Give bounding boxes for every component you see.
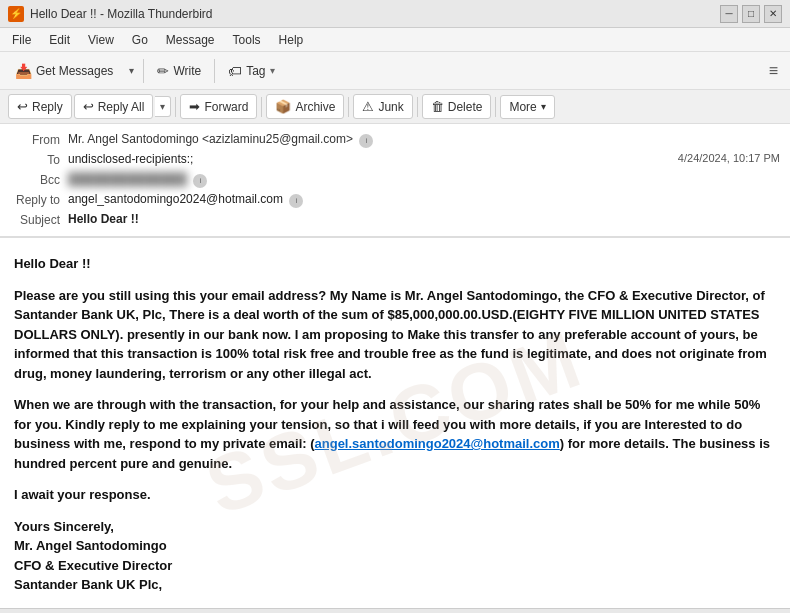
- email-greeting: Hello Dear !!: [14, 254, 776, 274]
- app-icon: ⚡: [8, 6, 24, 22]
- delete-icon: 🗑: [431, 99, 444, 114]
- archive-button[interactable]: 📦 Archive: [266, 94, 344, 119]
- from-label: From: [10, 132, 68, 147]
- email-paragraph-1: Please are you still using this your ema…: [14, 286, 776, 384]
- toolbar-separator-1: [143, 59, 144, 83]
- window-controls: ─ □ ✕: [720, 5, 782, 23]
- forward-icon: ➡: [189, 99, 200, 114]
- menu-view[interactable]: View: [80, 31, 122, 49]
- action-bar: ↩ Reply ↩ Reply All ▾ ➡ Forward 📦 Archiv…: [0, 90, 790, 124]
- archive-icon: 📦: [275, 99, 291, 114]
- toolbar: 📥 Get Messages ▾ ✏ Write 🏷 Tag ▾ ≡: [0, 52, 790, 90]
- from-info-icon[interactable]: i: [359, 134, 373, 148]
- reply-to-row: Reply to angel_santodomingo2024@hotmail.…: [10, 190, 780, 210]
- tag-label: Tag: [246, 64, 265, 78]
- reply-to-address: angel_santodomingo2024@hotmail.com: [68, 192, 283, 206]
- reply-to-info-icon[interactable]: i: [289, 194, 303, 208]
- menu-help[interactable]: Help: [271, 31, 312, 49]
- bcc-value: ██████████████ i: [68, 172, 780, 188]
- email-body: SSL.COM Hello Dear !! Please are you sti…: [0, 238, 790, 608]
- window-title: Hello Dear !! - Mozilla Thunderbird: [30, 7, 720, 21]
- toolbar-separator-2: [214, 59, 215, 83]
- email-header: ↩ Reply ↩ Reply All ▾ ➡ Forward 📦 Archiv…: [0, 90, 790, 238]
- action-separator-2: [261, 97, 262, 117]
- to-label: To: [10, 152, 68, 167]
- menu-edit[interactable]: Edit: [41, 31, 78, 49]
- email-paragraph-2: When we are through with the transaction…: [14, 395, 776, 473]
- subject-row: Subject Hello Dear !!: [10, 210, 780, 230]
- status-bar: 🔊: [0, 608, 790, 613]
- subject-value: Hello Dear !!: [68, 212, 780, 226]
- action-separator-4: [417, 97, 418, 117]
- bcc-label: Bcc: [10, 172, 68, 187]
- junk-button[interactable]: ⚠ Junk: [353, 94, 412, 119]
- reply-all-button[interactable]: ↩ Reply All: [74, 94, 154, 119]
- tag-button[interactable]: 🏷 Tag ▾: [219, 58, 283, 84]
- reply-label: Reply: [32, 100, 63, 114]
- from-name: Mr. Angel Santodomingo <azizlaminu25@gma…: [68, 132, 353, 146]
- action-separator-5: [495, 97, 496, 117]
- tag-icon: 🏷: [228, 63, 242, 79]
- write-icon: ✏: [157, 63, 169, 79]
- more-label: More: [509, 100, 536, 114]
- junk-icon: ⚠: [362, 99, 374, 114]
- subject-label: Subject: [10, 212, 68, 227]
- tag-dropdown-icon: ▾: [270, 65, 275, 76]
- delete-button[interactable]: 🗑 Delete: [422, 94, 492, 119]
- reply-all-dropdown[interactable]: ▾: [155, 96, 171, 117]
- bcc-address: ██████████████: [68, 172, 187, 186]
- forward-label: Forward: [204, 100, 248, 114]
- menu-go[interactable]: Go: [124, 31, 156, 49]
- menu-file[interactable]: File: [4, 31, 39, 49]
- menu-message[interactable]: Message: [158, 31, 223, 49]
- email-link[interactable]: angel.santodomingo2024@hotmail.com: [315, 436, 560, 451]
- from-value: Mr. Angel Santodomingo <azizlaminu25@gma…: [68, 132, 780, 148]
- from-row: From Mr. Angel Santodomingo <azizlaminu2…: [10, 130, 780, 150]
- write-button[interactable]: ✏ Write: [148, 58, 210, 84]
- archive-label: Archive: [295, 100, 335, 114]
- reply-all-icon: ↩: [83, 99, 94, 114]
- get-messages-button[interactable]: 📥 Get Messages: [6, 58, 122, 84]
- email-paragraph-4: Yours Sincerely,Mr. Angel SantodomingoCF…: [14, 517, 776, 595]
- reply-button[interactable]: ↩ Reply: [8, 94, 72, 119]
- title-bar: ⚡ Hello Dear !! - Mozilla Thunderbird ─ …: [0, 0, 790, 28]
- to-row: To undisclosed-recipients:; 4/24/2024, 1…: [10, 150, 780, 170]
- reply-icon: ↩: [17, 99, 28, 114]
- email-paragraph-3: I await your response.: [14, 485, 776, 505]
- more-dropdown-icon: ▾: [541, 101, 546, 112]
- reply-to-label: Reply to: [10, 192, 68, 207]
- get-messages-dropdown[interactable]: ▾: [124, 60, 139, 81]
- reply-to-value: angel_santodomingo2024@hotmail.com i: [68, 192, 780, 208]
- menu-tools[interactable]: Tools: [225, 31, 269, 49]
- reply-all-label: Reply All: [98, 100, 145, 114]
- action-separator-1: [175, 97, 176, 117]
- close-button[interactable]: ✕: [764, 5, 782, 23]
- header-divider: [0, 236, 790, 237]
- action-separator-3: [348, 97, 349, 117]
- get-messages-label: Get Messages: [36, 64, 113, 78]
- minimize-button[interactable]: ─: [720, 5, 738, 23]
- email-date: 4/24/2024, 10:17 PM: [678, 152, 780, 164]
- bcc-info-icon[interactable]: i: [193, 174, 207, 188]
- get-messages-icon: 📥: [15, 63, 32, 79]
- menu-bar: File Edit View Go Message Tools Help: [0, 28, 790, 52]
- to-value: undisclosed-recipients:;: [68, 152, 678, 166]
- maximize-button[interactable]: □: [742, 5, 760, 23]
- hamburger-menu[interactable]: ≡: [763, 58, 784, 84]
- delete-label: Delete: [448, 100, 483, 114]
- junk-label: Junk: [378, 100, 403, 114]
- bcc-row: Bcc ██████████████ i: [10, 170, 780, 190]
- header-fields: From Mr. Angel Santodomingo <azizlaminu2…: [0, 124, 790, 236]
- write-label: Write: [173, 64, 201, 78]
- more-button[interactable]: More ▾: [500, 95, 554, 119]
- forward-button[interactable]: ➡ Forward: [180, 94, 257, 119]
